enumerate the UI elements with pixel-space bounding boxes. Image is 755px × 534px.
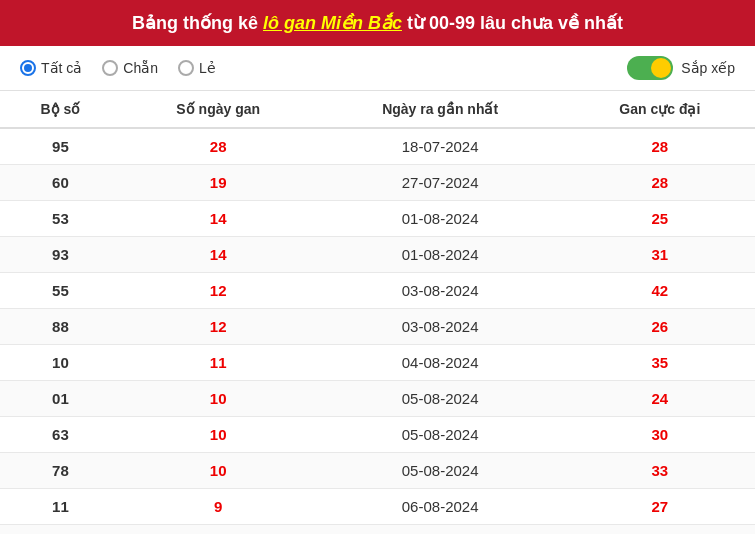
cell-bo-so: 95 bbox=[0, 128, 121, 165]
page-wrapper: Bảng thống kê lô gan Miền Bắc từ 00-99 l… bbox=[0, 0, 755, 534]
radio-le-label: Lẻ bbox=[199, 60, 216, 76]
table-row: 101104-08-202435 bbox=[0, 345, 755, 381]
table-row: 531401-08-202425 bbox=[0, 201, 755, 237]
cell-gan-cuc-dai: 30 bbox=[565, 417, 755, 453]
cell-so-ngay-gan: 19 bbox=[121, 165, 316, 201]
filter-le[interactable]: Lẻ bbox=[178, 60, 216, 76]
table-row: 781005-08-202433 bbox=[0, 453, 755, 489]
title-suffix: từ 00-99 lâu chưa về nhất bbox=[402, 13, 623, 33]
cell-so-ngay-gan: 11 bbox=[121, 345, 316, 381]
table-row: 011005-08-202424 bbox=[0, 381, 755, 417]
title-highlight: lô gan Miền Bắc bbox=[263, 13, 402, 33]
cell-so-ngay-gan: 14 bbox=[121, 201, 316, 237]
cell-gan-cuc-dai: 33 bbox=[565, 453, 755, 489]
cell-ngay-ra: 05-08-2024 bbox=[316, 417, 565, 453]
cell-bo-so: 63 bbox=[0, 417, 121, 453]
cell-bo-so: 60 bbox=[0, 165, 121, 201]
cell-gan-cuc-dai: 28 bbox=[565, 128, 755, 165]
sort-toggle-switch[interactable] bbox=[627, 56, 673, 80]
cell-gan-cuc-dai: 42 bbox=[565, 273, 755, 309]
col-header-bo-so: Bộ số bbox=[0, 91, 121, 128]
table-row: 931401-08-202431 bbox=[0, 237, 755, 273]
filter-tat-ca[interactable]: Tất cả bbox=[20, 60, 82, 76]
cell-so-ngay-gan: 12 bbox=[121, 309, 316, 345]
cell-gan-cuc-dai: 35 bbox=[565, 525, 755, 535]
cell-ngay-ra: 04-08-2024 bbox=[316, 345, 565, 381]
cell-ngay-ra: 05-08-2024 bbox=[316, 453, 565, 489]
page-header: Bảng thống kê lô gan Miền Bắc từ 00-99 l… bbox=[0, 0, 755, 46]
cell-gan-cuc-dai: 28 bbox=[565, 165, 755, 201]
cell-bo-so: 78 bbox=[0, 453, 121, 489]
cell-gan-cuc-dai: 31 bbox=[565, 237, 755, 273]
data-table: Bộ số Số ngày gan Ngày ra gần nhất Gan c… bbox=[0, 91, 755, 534]
table-row: 601927-07-202428 bbox=[0, 165, 755, 201]
table-row: 881203-08-202426 bbox=[0, 309, 755, 345]
cell-ngay-ra: 03-08-2024 bbox=[316, 309, 565, 345]
filter-chan[interactable]: Chẵn bbox=[102, 60, 158, 76]
cell-so-ngay-gan: 12 bbox=[121, 273, 316, 309]
cell-gan-cuc-dai: 27 bbox=[565, 489, 755, 525]
cell-bo-so: 53 bbox=[0, 201, 121, 237]
col-header-so-ngay-gan: Số ngày gan bbox=[121, 91, 316, 128]
col-header-ngay-ra: Ngày ra gần nhất bbox=[316, 91, 565, 128]
radio-chan-label: Chẵn bbox=[123, 60, 158, 76]
sort-toggle-label: Sắp xếp bbox=[681, 60, 735, 76]
cell-so-ngay-gan: 9 bbox=[121, 489, 316, 525]
table-row: 631005-08-202430 bbox=[0, 417, 755, 453]
cell-gan-cuc-dai: 35 bbox=[565, 345, 755, 381]
cell-ngay-ra: 06-08-2024 bbox=[316, 489, 565, 525]
table-header-row: Bộ số Số ngày gan Ngày ra gần nhất Gan c… bbox=[0, 91, 755, 128]
filter-bar: Tất cả Chẵn Lẻ Sắp xếp bbox=[0, 46, 755, 91]
table-row: 11906-08-202427 bbox=[0, 489, 755, 525]
cell-bo-so: 88 bbox=[0, 309, 121, 345]
cell-so-ngay-gan: 10 bbox=[121, 417, 316, 453]
cell-so-ngay-gan: 14 bbox=[121, 237, 316, 273]
col-header-gan-cuc-dai: Gan cực đại bbox=[565, 91, 755, 128]
cell-bo-so: 01 bbox=[0, 381, 121, 417]
table-row: 952818-07-202428 bbox=[0, 128, 755, 165]
cell-bo-so: 93 bbox=[0, 237, 121, 273]
radio-chan-circle bbox=[102, 60, 118, 76]
cell-gan-cuc-dai: 24 bbox=[565, 381, 755, 417]
cell-ngay-ra: 18-07-2024 bbox=[316, 128, 565, 165]
radio-tat-ca-circle bbox=[20, 60, 36, 76]
cell-so-ngay-gan: 10 bbox=[121, 381, 316, 417]
cell-ngay-ra: 01-08-2024 bbox=[316, 237, 565, 273]
table-row: 61906-08-202435 bbox=[0, 525, 755, 535]
page-title: Bảng thống kê lô gan Miền Bắc từ 00-99 l… bbox=[20, 12, 735, 34]
cell-ngay-ra: 06-08-2024 bbox=[316, 525, 565, 535]
cell-ngay-ra: 27-07-2024 bbox=[316, 165, 565, 201]
sort-toggle-area[interactable]: Sắp xếp bbox=[627, 56, 735, 80]
table-row: 551203-08-202442 bbox=[0, 273, 755, 309]
cell-ngay-ra: 01-08-2024 bbox=[316, 201, 565, 237]
filter-options: Tất cả Chẵn Lẻ bbox=[20, 60, 216, 76]
cell-so-ngay-gan: 9 bbox=[121, 525, 316, 535]
sort-toggle-knob bbox=[651, 58, 671, 78]
cell-bo-so: 61 bbox=[0, 525, 121, 535]
title-prefix: Bảng thống kê bbox=[132, 13, 263, 33]
cell-bo-so: 10 bbox=[0, 345, 121, 381]
cell-so-ngay-gan: 10 bbox=[121, 453, 316, 489]
cell-gan-cuc-dai: 26 bbox=[565, 309, 755, 345]
cell-gan-cuc-dai: 25 bbox=[565, 201, 755, 237]
cell-bo-so: 55 bbox=[0, 273, 121, 309]
cell-ngay-ra: 05-08-2024 bbox=[316, 381, 565, 417]
cell-so-ngay-gan: 28 bbox=[121, 128, 316, 165]
cell-ngay-ra: 03-08-2024 bbox=[316, 273, 565, 309]
cell-bo-so: 11 bbox=[0, 489, 121, 525]
radio-le-circle bbox=[178, 60, 194, 76]
radio-tat-ca-label: Tất cả bbox=[41, 60, 82, 76]
